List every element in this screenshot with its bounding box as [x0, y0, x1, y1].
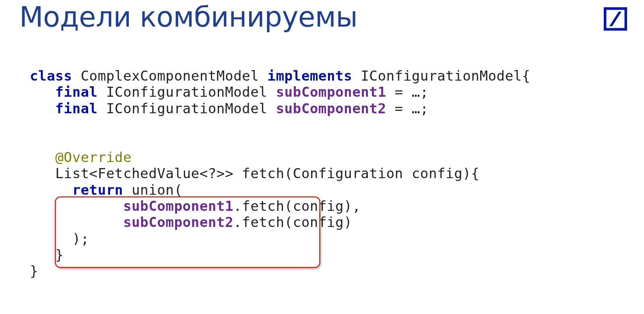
field-sub2: subComponent2: [276, 100, 386, 116]
keyword-class: class: [30, 68, 72, 84]
method-sig: List<FetchedValue<?>> fetch(Configuratio…: [55, 165, 479, 181]
indent: [30, 198, 123, 214]
svg-marker-1: [609, 12, 621, 26]
type: IConfigurationModel: [98, 84, 276, 100]
slide-title: Модели комбинируемы: [19, 1, 357, 33]
indent: [30, 214, 123, 230]
code-block: class ComplexComponentModel implements I…: [30, 68, 530, 279]
annotation-override: @Override: [55, 149, 132, 165]
close-brace: }: [30, 263, 38, 279]
field-sub1: subComponent1: [276, 84, 386, 100]
indent: [30, 84, 55, 100]
union-open: union(: [123, 182, 183, 198]
type: IConfigurationModel: [98, 100, 276, 116]
indent: [30, 100, 55, 116]
arg2-tail: .fetch(config): [233, 214, 352, 230]
indent: [30, 149, 55, 165]
keyword-return: return: [72, 182, 123, 198]
arg1-tail: .fetch(config),: [233, 198, 361, 214]
assign: = …;: [386, 84, 429, 100]
keyword-final: final: [55, 100, 97, 116]
db-logo-icon: [604, 7, 627, 31]
assign: = …;: [386, 100, 429, 116]
field-ref-sub1: subComponent1: [123, 198, 233, 214]
field-ref-sub2: subComponent2: [123, 214, 233, 230]
indent: [30, 165, 55, 181]
classname: ComplexComponentModel: [72, 68, 267, 84]
keyword-final: final: [55, 84, 97, 100]
close-paren: );: [30, 231, 89, 247]
keyword-implements: implements: [267, 68, 352, 84]
iface-tail: IConfigurationModel{: [352, 68, 530, 84]
close-brace: }: [30, 247, 64, 263]
indent: [30, 182, 72, 198]
